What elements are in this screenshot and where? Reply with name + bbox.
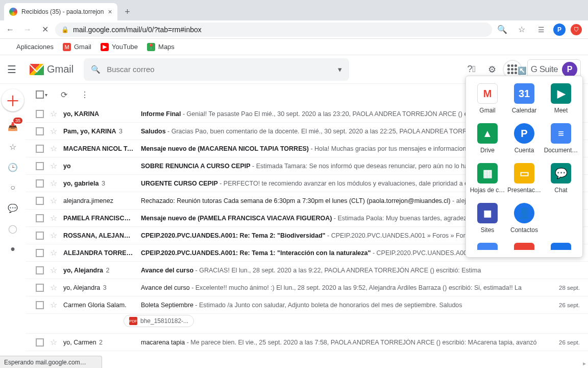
- app-label: Contactos: [510, 226, 538, 234]
- app-launcher-item[interactable]: 👤Contactos: [506, 203, 543, 234]
- star-icon[interactable]: ☆: [50, 178, 57, 188]
- row-checkbox[interactable]: [36, 284, 44, 292]
- app-label: Sites: [481, 226, 495, 234]
- tab-close-icon[interactable]: ×: [108, 8, 112, 16]
- snoozed-nav-icon[interactable]: 🕒: [7, 162, 18, 173]
- unknown-nav-icon[interactable]: ◯: [7, 223, 18, 234]
- bookmark-label: YouTube: [112, 43, 138, 51]
- inbox-badge: 35: [13, 118, 22, 124]
- google-apps-button[interactable]: [507, 64, 518, 75]
- hangouts-nav-icon[interactable]: ○: [7, 182, 18, 193]
- forward-button[interactable]: →: [20, 22, 35, 37]
- app-launcher-item[interactable]: ≡Document…: [543, 123, 579, 154]
- app-launcher-item[interactable]: MGmail: [469, 83, 506, 114]
- row-checkbox[interactable]: [36, 127, 44, 135]
- extension-icon[interactable]: ⛉: [571, 24, 582, 35]
- star-icon[interactable]: ☆: [50, 337, 57, 347]
- profile-avatar[interactable]: P: [553, 24, 566, 36]
- reading-list-icon[interactable]: ☰: [534, 22, 548, 37]
- app-label: Chat: [554, 187, 567, 194]
- app-label: Gmail: [479, 107, 495, 114]
- star-icon[interactable]: ☆: [50, 213, 57, 223]
- app-launcher-item[interactable]: ▶Meet: [543, 83, 579, 114]
- row-checkbox[interactable]: [36, 301, 44, 309]
- starred-nav-icon[interactable]: ☆: [7, 141, 18, 152]
- row-checkbox[interactable]: [36, 232, 44, 240]
- inbox-nav-icon[interactable]: 📥35: [7, 121, 18, 132]
- star-icon[interactable]: ☆: [50, 126, 57, 136]
- new-tab-button[interactable]: +: [120, 5, 135, 19]
- bookmark-youtube[interactable]: ▶ YouTube: [101, 43, 138, 51]
- star-icon[interactable]: ☆: [50, 161, 57, 171]
- star-icon[interactable]: ☆: [50, 300, 57, 310]
- compose-button[interactable]: [2, 89, 24, 111]
- browser-tab[interactable]: Recibidos (35) - paola.torrejon ×: [4, 3, 117, 20]
- mail-row[interactable]: ☆yo, Alejandra 3posibilidad de extender …: [26, 351, 588, 356]
- search-bar[interactable]: 🔍 ▾: [84, 58, 349, 81]
- app-launcher-item[interactable]: 31Calendar: [506, 83, 543, 114]
- select-all[interactable]: ▾: [36, 90, 47, 99]
- select-all-checkbox[interactable]: [36, 90, 44, 99]
- star-icon[interactable]: ☆: [50, 265, 57, 275]
- select-dropdown-icon[interactable]: ▾: [45, 92, 47, 98]
- star-icon[interactable]: ☆: [50, 231, 57, 240]
- attachment-chip[interactable]: PDFbhe_15810182-...: [124, 315, 194, 327]
- maps-icon: 📍: [147, 43, 155, 51]
- chat-nav-icon[interactable]: 💬: [7, 202, 18, 214]
- app-icon: ≡: [551, 123, 571, 144]
- app-launcher-item[interactable]: PCuenta: [506, 123, 543, 154]
- app-launcher-item[interactable]: ▲Drive: [469, 123, 506, 154]
- search-options-icon[interactable]: ▾: [338, 65, 342, 74]
- app-label: Hojas de c…: [470, 187, 505, 194]
- more-button[interactable]: ⋮: [81, 90, 89, 100]
- mail-row[interactable]: ☆yo, Carmen 2macarena tapia - Me parece …: [26, 334, 588, 351]
- subject-snippet: Avance del curso - GRACIAS! El lun., 28 …: [141, 267, 543, 274]
- app-launcher-item[interactable]: ◼Sites: [469, 203, 506, 234]
- settings-gear-icon[interactable]: ⚙: [486, 64, 498, 75]
- mail-row[interactable]: ☆yo, Alejandra 2Avance del curso - GRACI…: [26, 262, 588, 279]
- app-launcher-item[interactable]: 💬Chat: [543, 163, 579, 194]
- bookmark-maps[interactable]: 📍 Maps: [147, 43, 175, 51]
- star-icon[interactable]: ☆: [50, 144, 57, 153]
- subject-snippet: Avance del curso - Excelente!! mucho áni…: [141, 284, 543, 291]
- star-icon[interactable]: ☆: [514, 22, 529, 37]
- meet-nav-icon[interactable]: ●: [7, 243, 18, 255]
- row-checkbox[interactable]: [36, 197, 44, 205]
- app-launcher-item[interactable]: ▭Presentac…: [506, 163, 543, 194]
- row-checkbox[interactable]: [36, 179, 44, 188]
- back-button[interactable]: ←: [3, 22, 17, 37]
- star-icon[interactable]: ☆: [50, 248, 57, 258]
- row-checkbox[interactable]: [36, 338, 44, 347]
- star-icon[interactable]: ☆: [50, 109, 57, 119]
- row-checkbox[interactable]: [36, 145, 44, 153]
- stop-reload-button[interactable]: ✕: [38, 22, 52, 37]
- row-checkbox[interactable]: [36, 110, 44, 118]
- search-input[interactable]: [107, 65, 332, 74]
- google-apps-popup[interactable]: MGmail31Calendar▶Meet▲DrivePCuenta≡Docum…: [465, 76, 583, 258]
- mail-row[interactable]: ☆yo, Alejandra 3Avance del curso - Excel…: [26, 279, 588, 296]
- sender: ALEJANDRA TORRES PA.: [63, 249, 135, 257]
- row-checkbox[interactable]: [36, 266, 44, 274]
- sender: Pam, yo, KARINA 3: [63, 128, 135, 135]
- row-checkbox[interactable]: [36, 162, 44, 170]
- support-icon[interactable]: ?⃝: [466, 64, 477, 75]
- refresh-button[interactable]: ⟳: [61, 90, 67, 100]
- bookmark-gmail[interactable]: M Gmail: [63, 43, 91, 51]
- address-bar[interactable]: 🔒 mail.google.com/mail/u/0/?tab=rm#inbox: [55, 22, 492, 37]
- app-icon: ▲: [477, 123, 498, 144]
- mail-row[interactable]: ☆Carmen Gloria Salam.Boleta Septiembre -…: [26, 296, 588, 314]
- apps-overflow-row: [469, 243, 579, 250]
- row-checkbox[interactable]: [36, 249, 44, 257]
- apps-shortcut[interactable]: Aplicaciones: [5, 43, 54, 51]
- app-icon: P: [514, 123, 534, 144]
- star-icon[interactable]: ☆: [50, 196, 57, 205]
- row-checkbox[interactable]: [36, 214, 44, 222]
- scroll-hint-icon[interactable]: ▸: [583, 360, 586, 367]
- account-avatar[interactable]: P: [562, 62, 577, 77]
- search-icon[interactable]: 🔍: [495, 22, 509, 37]
- star-icon[interactable]: ☆: [50, 283, 57, 292]
- gmail-logo[interactable]: Gmail: [30, 63, 74, 75]
- app-icon: ▭: [514, 163, 534, 183]
- main-menu-button[interactable]: ☰: [7, 63, 19, 76]
- app-launcher-item[interactable]: ▦Hojas de c…: [469, 163, 506, 194]
